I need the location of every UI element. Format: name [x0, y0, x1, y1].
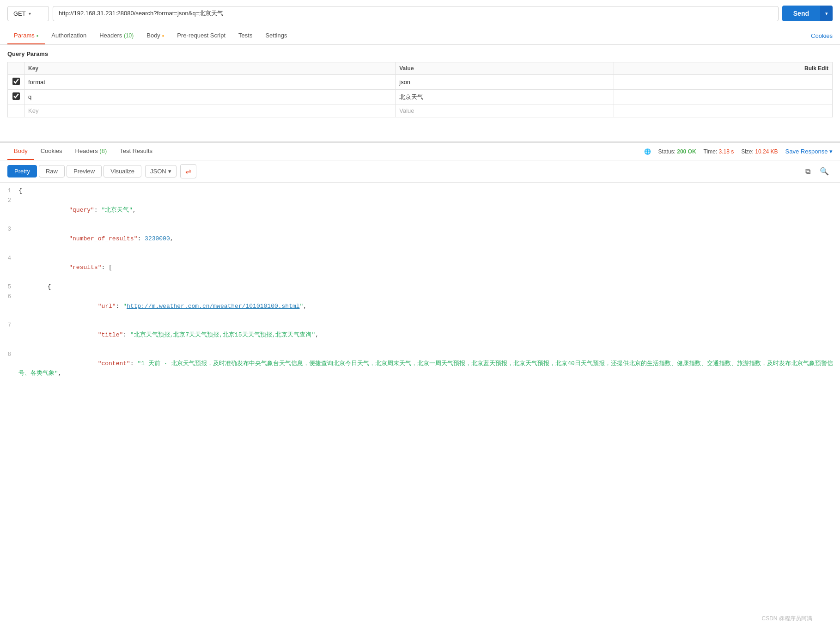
- json-line-2: 2 "query": "北京天气",: [0, 196, 840, 225]
- json-line-7: 7 "title": "北京天气预报,北京7天天气预报,北京15天天气预报,北京…: [0, 321, 840, 349]
- tab-params[interactable]: Params ●: [7, 27, 45, 44]
- response-tabs-bar: Body Cookies Headers (8) Test Results 🌐 …: [0, 143, 840, 160]
- size-label: Size: 10.24 KB: [741, 148, 778, 155]
- bulk-edit-btn[interactable]: Bulk Edit: [614, 62, 833, 75]
- globe-icon: 🌐: [644, 148, 651, 155]
- params-table: Key Value Bulk Edit format json q 北京天气: [7, 62, 833, 117]
- tab-tests[interactable]: Tests: [232, 27, 259, 44]
- response-toolbar: Pretty Raw Preview Visualize JSON ▾ ⇌ ⧉ …: [0, 160, 840, 183]
- json-line-6: 6 "url": "http://m.weather.com.cn/mweath…: [0, 292, 840, 321]
- tab-settings[interactable]: Settings: [259, 27, 293, 44]
- url-input[interactable]: [53, 6, 779, 21]
- method-chevron-icon: ▾: [29, 11, 31, 16]
- cookies-link[interactable]: Cookies: [811, 28, 833, 44]
- json-wrapper: 1 { 2 "query": "北京天气", 3 "number_of_resu…: [0, 183, 840, 377]
- response-meta: 🌐 Status: 200 OK Time: 3.18 s Size: 10.2…: [644, 148, 833, 155]
- query-params-title: Query Params: [7, 50, 833, 57]
- headers-badge: (10): [124, 32, 134, 39]
- send-button-group: Send ▾: [782, 6, 833, 21]
- row2-key[interactable]: q: [24, 90, 396, 104]
- tab-body[interactable]: Body ●: [140, 27, 170, 44]
- response-section: Body Cookies Headers (8) Test Results 🌐 …: [0, 141, 840, 377]
- col-key: Key: [24, 62, 396, 75]
- row2-action: [614, 90, 833, 104]
- url-bar: GET ▾ Send ▾: [0, 0, 840, 27]
- json-line-1: 1 {: [0, 186, 840, 196]
- row1-action: [614, 75, 833, 90]
- response-tab-cookies[interactable]: Cookies: [34, 143, 69, 160]
- table-row: q 北京天气: [8, 90, 833, 104]
- save-response-btn[interactable]: Save Response ▾: [785, 148, 833, 155]
- table-row-empty: Key Value: [8, 104, 833, 117]
- response-tab-headers[interactable]: Headers (8): [69, 143, 114, 160]
- spacer: [0, 123, 840, 141]
- col-value: Value: [396, 62, 614, 75]
- body-dot: ●: [162, 34, 164, 38]
- row1-value[interactable]: json: [396, 75, 614, 90]
- row2-checkbox[interactable]: [12, 92, 20, 100]
- tab-prerequest[interactable]: Pre-request Script: [170, 27, 232, 44]
- json-view: 1 { 2 "query": "北京天气", 3 "number_of_resu…: [0, 183, 840, 377]
- format-visualize-btn[interactable]: Visualize: [103, 165, 141, 177]
- wrap-lines-btn[interactable]: ⇌: [180, 164, 196, 178]
- empty-value[interactable]: Value: [396, 104, 614, 117]
- response-headers-badge: (8): [99, 147, 107, 154]
- time-label: Time: 3.18 s: [704, 148, 734, 155]
- copy-icon-btn[interactable]: ⧉: [802, 165, 814, 178]
- row2-checkbox-cell: [8, 90, 24, 104]
- empty-key[interactable]: Key: [24, 104, 396, 117]
- col-checkbox: [8, 62, 24, 75]
- status-label: Status: 200 OK: [658, 148, 696, 155]
- send-button[interactable]: Send: [782, 6, 820, 21]
- row2-value[interactable]: 北京天气: [396, 90, 614, 104]
- table-row: format json: [8, 75, 833, 90]
- send-dropdown-button[interactable]: ▾: [820, 6, 833, 21]
- params-dot: ●: [36, 34, 38, 38]
- json-line-5: 5 {: [0, 282, 840, 292]
- search-icon-btn[interactable]: 🔍: [816, 165, 833, 178]
- row1-checkbox-cell: [8, 75, 24, 90]
- format-preview-btn[interactable]: Preview: [67, 165, 102, 177]
- row1-checkbox[interactable]: [12, 78, 20, 85]
- format-raw-btn[interactable]: Raw: [39, 165, 65, 177]
- json-line-8: 8 "content": "1 天前 · 北京天气预报，及时准确发布中央气象台天…: [0, 350, 840, 377]
- row1-key[interactable]: format: [24, 75, 396, 90]
- method-label: GET: [13, 10, 26, 17]
- method-select[interactable]: GET ▾: [7, 6, 49, 21]
- tab-authorization[interactable]: Authorization: [45, 27, 93, 44]
- wrap-icon: ⇌: [185, 167, 191, 175]
- json-line-4: 4 "results": [: [0, 254, 840, 282]
- response-tab-test-results[interactable]: Test Results: [113, 143, 159, 160]
- json-label: JSON: [150, 168, 166, 175]
- query-params-section: Query Params Key Value Bulk Edit format …: [0, 45, 840, 123]
- json-chevron-icon: ▾: [168, 168, 171, 175]
- response-tab-body[interactable]: Body: [7, 143, 34, 160]
- request-tabs: Params ● Authorization Headers (10) Body…: [0, 27, 840, 45]
- format-pretty-btn[interactable]: Pretty: [7, 165, 37, 177]
- json-line-3: 3 "number_of_results": 3230000,: [0, 225, 840, 253]
- tab-headers[interactable]: Headers (10): [93, 27, 140, 44]
- json-format-select[interactable]: JSON ▾: [145, 165, 177, 177]
